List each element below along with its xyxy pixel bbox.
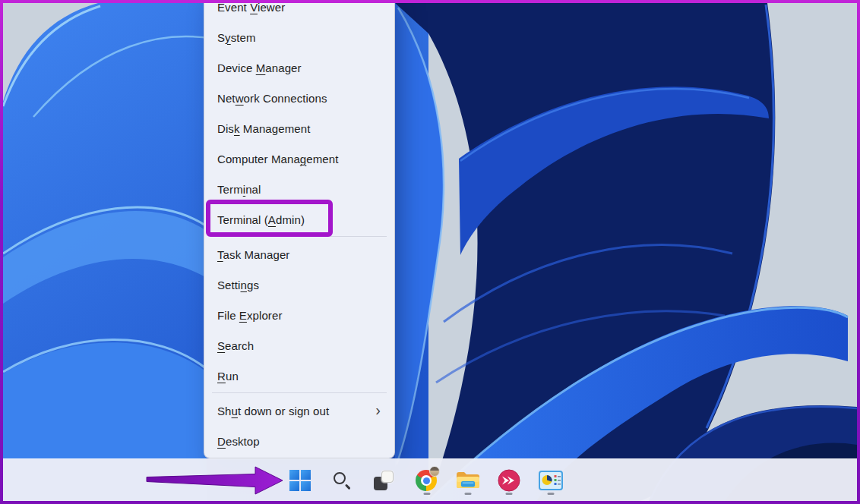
label-fragment: Setti bbox=[217, 279, 241, 291]
windows-logo-icon bbox=[289, 470, 311, 491]
task-view-icon bbox=[373, 470, 394, 491]
access-key: D bbox=[217, 435, 226, 448]
label-fragment: gs bbox=[247, 279, 259, 291]
access-key: M bbox=[256, 61, 266, 74]
menu-item-label: Event Viewer bbox=[217, 3, 285, 14]
menu-item-run[interactable]: Run bbox=[204, 361, 394, 391]
menu-item-label: Settings bbox=[217, 279, 259, 291]
access-key: w bbox=[236, 92, 244, 105]
menu-item-device-manager[interactable]: Device Manager bbox=[204, 52, 394, 83]
menu-item-settings[interactable]: Settings bbox=[204, 269, 394, 300]
label-fragment: Sh bbox=[217, 405, 232, 417]
winx-context-menu: Event Viewer System Device Manager Netwo… bbox=[204, 3, 395, 458]
access-key: n bbox=[241, 279, 247, 291]
label-fragment: Term bbox=[217, 183, 243, 196]
menu-item-label: System bbox=[217, 31, 256, 44]
access-key: V bbox=[250, 3, 258, 14]
access-key: k bbox=[234, 122, 240, 135]
search-icon bbox=[332, 471, 352, 490]
menu-item-desktop[interactable]: Desktop bbox=[204, 426, 394, 456]
menu-item-shut-down-or-sign-out[interactable]: Shut down or sign out › bbox=[204, 395, 394, 426]
running-indicator bbox=[465, 493, 472, 495]
menu-item-network-connections[interactable]: Network Connections bbox=[204, 83, 394, 113]
menu-item-label: Computer Management bbox=[217, 153, 339, 165]
label-fragment: esktop bbox=[226, 435, 260, 448]
label-fragment: iewer bbox=[258, 3, 285, 14]
screenshot-frame: Event Viewer System Device Manager Netwo… bbox=[0, 0, 860, 504]
chrome-icon bbox=[416, 469, 438, 492]
access-key: R bbox=[217, 370, 226, 383]
label-fragment: S bbox=[217, 31, 225, 44]
chrome-button[interactable] bbox=[411, 465, 443, 496]
menu-item-event-viewer[interactable]: Event Viewer bbox=[204, 3, 394, 22]
menu-item-label: Terminal bbox=[217, 183, 261, 196]
menu-item-task-manager[interactable]: Task Manager bbox=[204, 239, 394, 269]
label-fragment: ement bbox=[306, 153, 338, 165]
menu-item-label: Task Manager bbox=[217, 248, 289, 261]
label-fragment: nal bbox=[245, 183, 261, 196]
label-fragment: Net bbox=[217, 92, 236, 105]
desktop-screen: Event Viewer System Device Manager Netwo… bbox=[3, 3, 857, 501]
menu-item-label: Shut down or sign out bbox=[217, 405, 329, 417]
label-fragment: Dis bbox=[217, 122, 234, 135]
label-fragment: stem bbox=[231, 31, 256, 44]
menu-item-system[interactable]: System bbox=[204, 22, 394, 52]
label-fragment: xplorer bbox=[247, 309, 283, 322]
label-fragment: Management bbox=[240, 122, 311, 135]
menu-item-label: Run bbox=[217, 370, 239, 383]
menu-item-label: Device Manager bbox=[217, 61, 302, 74]
label-fragment: t down or sign out bbox=[238, 405, 329, 417]
menu-item-label: Desktop bbox=[217, 435, 260, 448]
taskbar-search-button[interactable] bbox=[326, 465, 358, 496]
taskbar bbox=[3, 458, 857, 501]
running-indicator bbox=[424, 493, 431, 495]
menu-item-disk-management[interactable]: Disk Management bbox=[204, 113, 394, 143]
label-fragment: ork Connections bbox=[244, 92, 327, 105]
label-fragment: Terminal ( bbox=[217, 213, 268, 226]
label-fragment: anager bbox=[265, 61, 301, 74]
access-key: E bbox=[239, 309, 247, 322]
red-double-arrow-app-button[interactable] bbox=[493, 465, 525, 496]
wallpaper bbox=[3, 3, 857, 501]
label-fragment: dmin) bbox=[276, 213, 305, 226]
chrome-profile-avatar bbox=[429, 466, 440, 477]
label-fragment: earch bbox=[225, 339, 254, 352]
double-arrow-icon bbox=[498, 469, 520, 492]
label-fragment: Computer Mana bbox=[217, 153, 300, 165]
file-explorer-button[interactable] bbox=[452, 465, 484, 496]
menu-item-label: Terminal (Admin) bbox=[217, 213, 305, 226]
menu-item-terminal-admin[interactable]: Terminal (Admin) bbox=[204, 204, 394, 235]
menu-item-file-explorer[interactable]: File Explorer bbox=[204, 300, 394, 330]
label-fragment: File bbox=[217, 309, 239, 322]
menu-item-label: Disk Management bbox=[217, 122, 310, 135]
pie-chart-icon bbox=[539, 471, 563, 490]
access-key: u bbox=[232, 405, 238, 417]
pie-chart-app-button[interactable] bbox=[535, 465, 567, 496]
menu-item-search[interactable]: Search bbox=[204, 330, 394, 361]
label-fragment: ask Manager bbox=[223, 248, 290, 261]
menu-item-computer-management[interactable]: Computer Management bbox=[204, 143, 394, 174]
label-fragment: Event bbox=[217, 3, 250, 14]
access-key: T bbox=[217, 248, 223, 261]
submenu-chevron-icon: › bbox=[375, 402, 381, 417]
label-fragment: un bbox=[226, 370, 239, 383]
access-key: y bbox=[225, 31, 231, 44]
folder-icon bbox=[456, 471, 480, 490]
access-key: S bbox=[217, 339, 225, 352]
menu-separator bbox=[212, 236, 387, 237]
label-fragment: Device bbox=[217, 61, 256, 74]
menu-item-label: File Explorer bbox=[217, 309, 283, 322]
running-indicator bbox=[548, 493, 555, 495]
menu-item-label: Network Connections bbox=[217, 92, 327, 105]
running-indicator bbox=[506, 493, 513, 495]
menu-item-terminal[interactable]: Terminal bbox=[204, 174, 394, 204]
menu-separator bbox=[212, 392, 387, 393]
task-view-button[interactable] bbox=[368, 465, 400, 496]
start-button[interactable] bbox=[284, 465, 316, 496]
menu-item-label: Search bbox=[217, 339, 254, 352]
access-key: A bbox=[268, 213, 276, 226]
